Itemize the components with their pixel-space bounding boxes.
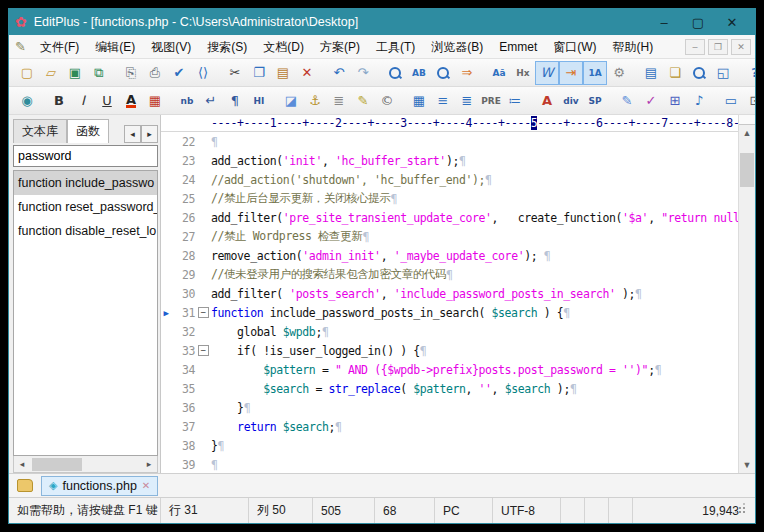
menu-3[interactable]: 视图(V) [143,37,199,57]
fold-toggle[interactable]: − [195,345,211,356]
code-line-27[interactable]: 27//禁止 Wordpress 检查更新¶ [161,227,738,246]
code-line-36[interactable]: 36 }¶ [161,398,738,417]
line-break-button[interactable]: ↵ [199,89,223,113]
vscroll-thumb[interactable] [740,153,754,187]
function-list-item[interactable]: function disable_reset_lo [14,219,157,243]
code-line-37[interactable]: 37 return $search;¶ [161,417,738,436]
code-line-30[interactable]: 30add_filter( 'posts_search', 'include_p… [161,284,738,303]
browser-button[interactable]: ◉ [15,89,39,113]
maximize-button[interactable]: ▢ [681,11,715,33]
table-button[interactable]: ▦ [407,89,431,113]
goto-line-button[interactable]: ⇒ [455,61,479,85]
menu-10[interactable]: 窗口(W) [545,37,604,57]
print-preview-button[interactable]: ⎘ [119,61,143,85]
code-area[interactable]: 22¶23add_action('init', 'hc_buffer_start… [161,132,738,473]
word-wrap-button[interactable]: W [535,61,559,85]
preferences-button[interactable]: ⚙ [607,61,631,85]
radio-group-button[interactable]: ⊡ [743,89,755,113]
color-palette-button[interactable]: ▦ [143,89,167,113]
function-filter-input[interactable] [13,145,158,167]
function-list-item[interactable]: function reset_password_ [14,195,157,219]
div-tag-button[interactable]: div [559,89,583,113]
code-editor[interactable]: ----+----1----+----2----+----3----+----4… [161,115,755,473]
anchor-button[interactable]: ⚓ [303,89,327,113]
pre-tag-button[interactable]: PRE [479,89,503,113]
menu-9[interactable]: Emmet [491,37,545,57]
tab-cliptext[interactable]: 文本库 [13,119,67,143]
undo-button[interactable]: ↶ [327,61,351,85]
copyright-button[interactable]: © [375,89,399,113]
delete-button[interactable]: ✕ [295,61,319,85]
paragraph-button[interactable]: ¶ [223,89,247,113]
document-tab-functions-php[interactable]: ◈ functions.php ✕ [41,476,158,496]
form-edit-button[interactable]: ✎ [615,89,639,113]
hex-viewer-button[interactable]: Hx [511,61,535,85]
hscroll-thumb[interactable] [32,458,82,471]
print-button[interactable]: ⎙ [143,61,167,85]
check-tag-button[interactable]: ✓ [639,89,663,113]
code-line-35[interactable]: 35 $search = str_replace( $pattern, '', … [161,379,738,398]
document-list-button[interactable]: ▤ [639,61,663,85]
tab-indicator-button[interactable]: ⇥ [559,61,583,85]
menu-4[interactable]: 搜索(S) [199,37,255,57]
hscroll-track[interactable] [30,457,141,472]
bold-button[interactable]: B [47,89,71,113]
code-line-31[interactable]: ▶31−function include_password_posts_in_s… [161,303,738,322]
menu-2[interactable]: 编辑(E) [87,37,143,57]
cut-button[interactable]: ✂ [223,61,247,85]
redo-button[interactable]: ↷ [351,61,375,85]
menu-11[interactable]: 帮助(H) [605,37,662,57]
menu-6[interactable]: 方案(P) [312,37,368,57]
span-tag-button[interactable]: SP [583,89,607,113]
code-line-39[interactable]: 39¶ [161,455,738,473]
line-numbers-button[interactable]: 1A [583,61,607,85]
tab-scroll-left-icon[interactable]: ◂ [124,125,141,143]
code-line-25[interactable]: 25//禁止后台显示更新，关闭核心提示¶ [161,189,738,208]
hscroll-right-icon[interactable]: ▸ [141,457,157,472]
function-list-item[interactable]: function include_passwo [14,171,157,195]
find-in-files-button[interactable] [431,61,455,85]
code-line-26[interactable]: 26add_filter('pre_site_transient_update_… [161,208,738,227]
movie-button[interactable]: ⊞ [663,89,687,113]
mdi-restore-button[interactable]: ❐ [708,39,728,55]
folder-icon[interactable] [17,479,33,492]
italic-button[interactable]: I [71,89,95,113]
memo-button[interactable]: ✎ [351,89,375,113]
scroll-up-icon[interactable]: ▲ [739,125,755,141]
code-line-34[interactable]: 34 $pattern = " AND ({$wpdb->prefix}post… [161,360,738,379]
horizontal-rule-button[interactable]: ≣ [327,89,351,113]
font-tag-button[interactable]: A [535,89,559,113]
paste-button[interactable]: ▤ [271,61,295,85]
form-field-button[interactable]: ▭ [719,89,743,113]
tab-functions[interactable]: 函数 [67,119,109,143]
code-line-29[interactable]: 29//使未登录用户的搜索结果包含加密文章的代码¶ [161,265,738,284]
nbsp-button[interactable]: nb [175,89,199,113]
close-button[interactable]: ✕ [715,11,749,33]
heading-button[interactable]: HI [247,89,271,113]
tab-scroll-right-icon[interactable]: ▸ [141,125,158,143]
menu-8[interactable]: 浏览器(B) [423,37,491,57]
context-help-button[interactable]: ? [743,61,755,85]
code-line-23[interactable]: 23add_action('init', 'hc_buffer_start');… [161,151,738,170]
vscroll-track[interactable] [739,141,755,457]
align-justify-button[interactable]: ≣ [455,89,479,113]
bullet-list-button[interactable]: ≔ [503,89,527,113]
code-line-24[interactable]: 24//add_action('shutdown', 'hc_buffer_en… [161,170,738,189]
hscroll-left-icon[interactable]: ◂ [14,457,30,472]
resize-grip[interactable] [743,511,745,513]
code-line-28[interactable]: 28remove_action('admin_init', '_maybe_up… [161,246,738,265]
align-center-button[interactable]: ≡ [431,89,455,113]
code-line-38[interactable]: 38}¶ [161,436,738,455]
image-button[interactable]: ◪ [279,89,303,113]
menu-7[interactable]: 工具(T) [368,37,423,57]
window-layout-button[interactable]: ❏ [663,61,687,85]
split-box[interactable] [739,115,755,125]
spell-check-button[interactable]: ✔ [167,61,191,85]
sidebar-hscrollbar[interactable]: ◂ ▸ [13,456,158,473]
menu-1[interactable]: 文件(F) [32,37,87,57]
fold-collapse-icon[interactable]: − [198,307,209,318]
save-button[interactable]: ▣ [63,61,87,85]
music-button[interactable]: ♪ [687,89,711,113]
html-view-button[interactable]: ⟨⟩ [191,61,215,85]
open-file-button[interactable]: ▱ [39,61,63,85]
